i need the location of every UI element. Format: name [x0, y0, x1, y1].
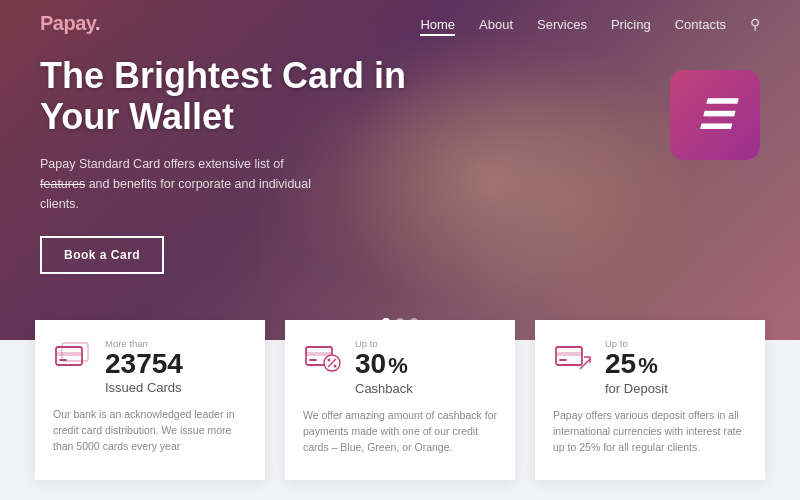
slider-dots [382, 318, 418, 326]
stat-value-deposit: 25 [605, 350, 636, 378]
deposit-icon [553, 338, 593, 378]
nav-item-pricing[interactable]: Pricing [611, 15, 651, 33]
svg-point-8 [328, 359, 331, 362]
stats-section: More than 23754 Issued Cards Our bank is… [0, 340, 800, 500]
elementor-badge: ☰ [670, 70, 760, 160]
stat-card-deposit: Up to 25 % for Deposit Papay offers vari… [535, 320, 765, 480]
svg-point-9 [334, 365, 337, 368]
navigation: Papay. Home About Services Pricing Conta… [0, 0, 800, 47]
stat-unit-deposit: % [638, 353, 658, 379]
slide-dot-3[interactable] [410, 318, 418, 326]
logo-dot: . [95, 12, 100, 34]
svg-rect-12 [559, 359, 567, 361]
svg-rect-1 [56, 352, 82, 356]
nav-item-contacts[interactable]: Contacts [675, 15, 726, 33]
hero-section: The Brightest Card in Your Wallet Papay … [0, 0, 800, 340]
hero-content: The Brightest Card in Your Wallet Papay … [40, 55, 420, 274]
nav-item-home[interactable]: Home [420, 15, 455, 33]
stat-card-cashback: Up to 30 % Cashback We offer amazing amo… [285, 320, 515, 480]
stat-numbers-deposit: Up to 25 % for Deposit [605, 338, 668, 396]
stat-card-issued: More than 23754 Issued Cards Our bank is… [35, 320, 265, 480]
nav-links: Home About Services Pricing Contacts ⚲ [420, 15, 760, 33]
stat-name-cashback: Cashback [355, 381, 413, 396]
svg-rect-11 [556, 352, 582, 356]
hero-subtitle: Papay Standard Card offers extensive lis… [40, 154, 320, 214]
svg-rect-6 [309, 359, 317, 361]
slide-dot-2[interactable] [396, 318, 404, 326]
stat-top-issued: More than 23754 Issued Cards [53, 338, 247, 395]
stat-desc-deposit: Papay offers various deposit offers in a… [553, 408, 747, 455]
search-icon[interactable]: ⚲ [750, 16, 760, 32]
elementor-icon: ☰ [697, 95, 733, 135]
stat-value-cashback: 30 [355, 350, 386, 378]
stat-unit-cashback: % [388, 353, 408, 379]
issued-cards-icon [53, 338, 93, 378]
stat-name-issued: Issued Cards [105, 380, 183, 395]
brand-logo[interactable]: Papay. [40, 12, 100, 35]
stat-numbers-cashback: Up to 30 % Cashback [355, 338, 413, 396]
stat-desc-cashback: We offer amazing amount of cashback for … [303, 408, 497, 455]
hero-title: The Brightest Card in Your Wallet [40, 55, 420, 138]
stat-value-issued: 23754 [105, 350, 183, 378]
nav-item-services[interactable]: Services [537, 15, 587, 33]
stat-desc-issued: Our bank is an acknowledged leader in cr… [53, 407, 247, 454]
slide-dot-1[interactable] [382, 318, 390, 326]
logo-text: Papay [40, 12, 95, 34]
stat-numbers-issued: More than 23754 Issued Cards [105, 338, 183, 395]
cashback-icon [303, 338, 343, 378]
stat-top-cashback: Up to 30 % Cashback [303, 338, 497, 396]
stat-top-deposit: Up to 25 % for Deposit [553, 338, 747, 396]
nav-item-about[interactable]: About [479, 15, 513, 33]
book-card-button[interactable]: Book a Card [40, 236, 164, 274]
stat-name-deposit: for Deposit [605, 381, 668, 396]
